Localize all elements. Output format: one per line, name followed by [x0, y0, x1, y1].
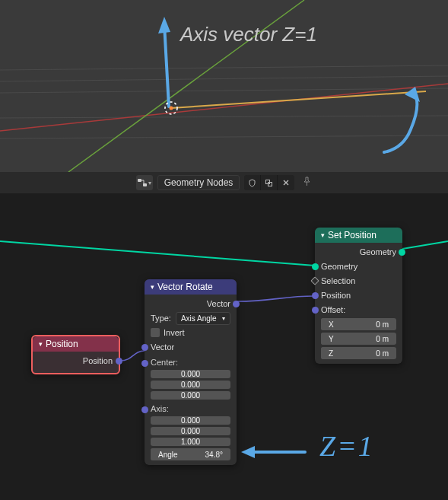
node-header[interactable]: ▾ Vector Rotate	[145, 279, 237, 295]
socket-output-vector[interactable]	[233, 301, 240, 307]
chevron-down-icon: ▾	[321, 231, 325, 239]
invert-label: Invert	[164, 328, 185, 337]
node-position[interactable]: ▾ Position Position	[31, 335, 120, 374]
socket-input-selection[interactable]	[310, 276, 319, 285]
node-header[interactable]: ▾ Set Position	[315, 228, 402, 243]
output-position-label: Position	[83, 356, 113, 365]
viewport-overlay	[0, 0, 448, 172]
offset-x-val: 0 m	[342, 318, 396, 330]
nodegroup-name: Geometry Nodes	[164, 177, 234, 188]
axis-label: Axis:	[151, 404, 169, 413]
offset-y-field[interactable]: Y 0 m	[321, 333, 396, 345]
node-editor-header: ▾ Geometry Nodes	[0, 172, 448, 193]
node-title: Set Position	[328, 230, 377, 240]
shield-icon	[248, 179, 256, 187]
nodegroup-selector[interactable]: Geometry Nodes	[157, 175, 240, 190]
angle-key: Angle	[151, 448, 186, 460]
chevron-down-icon: ▾	[151, 283, 154, 291]
socket-input-axis[interactable]	[141, 406, 148, 413]
output-geometry-label: Geometry	[360, 247, 396, 256]
rotation-type-value: Axis Angle	[181, 314, 217, 323]
offset-z-field[interactable]: Z 0 m	[321, 347, 396, 359]
editor-type-button[interactable]: ▾	[136, 175, 153, 190]
output-vector-label: Vector	[207, 299, 230, 308]
rotation-type-select[interactable]: Axis Angle ▾	[176, 312, 230, 325]
close-icon-button[interactable]	[278, 175, 294, 190]
chevron-down-icon: ▾	[222, 315, 225, 322]
axis-y-field[interactable]: 0.000	[151, 427, 230, 435]
annotation-text: Z=1	[319, 429, 374, 463]
duplicate-icon-button[interactable]	[261, 175, 278, 190]
socket-input-offset[interactable]	[312, 307, 319, 314]
annotation-arrow	[238, 441, 307, 463]
node-set-position[interactable]: ▾ Set Position Geometry Geometry Selecti…	[315, 228, 402, 364]
input-selection-label: Selection	[321, 276, 355, 285]
svg-line-8	[164, 24, 169, 107]
node-title: Vector Rotate	[157, 282, 213, 292]
input-vector-label: Vector	[151, 342, 174, 352]
center-label: Center:	[151, 358, 178, 367]
angle-field[interactable]: Angle 34.8°	[151, 448, 230, 460]
invert-checkbox[interactable]	[151, 328, 160, 337]
svg-line-0	[0, 65, 448, 70]
pin-button[interactable]	[302, 177, 312, 189]
offset-y-val: 0 m	[342, 333, 396, 345]
input-geometry-label: Geometry	[321, 262, 357, 271]
shield-icon-button[interactable]	[244, 175, 261, 190]
node-vector-rotate[interactable]: ▾ Vector Rotate Vector Type: Axis Angle …	[145, 279, 237, 465]
angle-val: 34.8°	[186, 448, 230, 460]
svg-line-4	[0, 135, 448, 139]
header-action-group	[244, 175, 294, 190]
socket-input-center[interactable]	[141, 360, 148, 367]
svg-marker-18	[241, 446, 255, 458]
svg-point-12	[170, 107, 173, 110]
viewport-3d[interactable]: Axis vector Z=1	[0, 0, 448, 172]
node-header[interactable]: ▾ Position	[33, 336, 119, 352]
offset-z-val: 0 m	[341, 347, 396, 359]
svg-rect-13	[138, 179, 141, 182]
socket-input-geometry[interactable]	[312, 263, 319, 270]
svg-line-7	[171, 91, 426, 108]
socket-output-geometry[interactable]	[399, 249, 405, 256]
svg-line-6	[68, 0, 304, 172]
node-editor[interactable]: ▾ Set Position Geometry Geometry Selecti…	[0, 193, 448, 500]
center-x-field[interactable]: 0.000	[151, 370, 230, 378]
socket-output-position[interactable]	[116, 358, 122, 365]
svg-line-3	[0, 116, 448, 118]
pin-icon	[302, 177, 312, 186]
node-title: Position	[46, 339, 78, 349]
center-z-field[interactable]: 0.000	[151, 391, 230, 400]
socket-input-position[interactable]	[312, 292, 319, 299]
chevron-down-icon: ▾	[39, 340, 43, 348]
center-y-field[interactable]: 0.000	[151, 381, 230, 389]
type-label: Type:	[151, 314, 171, 323]
offset-x-field[interactable]: X 0 m	[321, 318, 396, 330]
offset-z-key: Z	[321, 347, 341, 359]
offset-label: Offset:	[321, 305, 345, 314]
axis-x-field[interactable]: 0.000	[151, 416, 230, 425]
duplicate-icon	[265, 179, 273, 187]
axis-z-field[interactable]: 1.000	[151, 438, 230, 446]
offset-x-key: X	[321, 318, 342, 330]
node-editor-icon	[137, 177, 148, 188]
input-position-label: Position	[321, 291, 351, 300]
svg-line-1	[0, 76, 448, 81]
close-icon	[282, 179, 290, 186]
offset-y-key: Y	[321, 333, 342, 345]
svg-marker-9	[158, 17, 170, 33]
socket-input-vector[interactable]	[141, 344, 148, 351]
chevron-down-icon: ▾	[148, 180, 151, 186]
